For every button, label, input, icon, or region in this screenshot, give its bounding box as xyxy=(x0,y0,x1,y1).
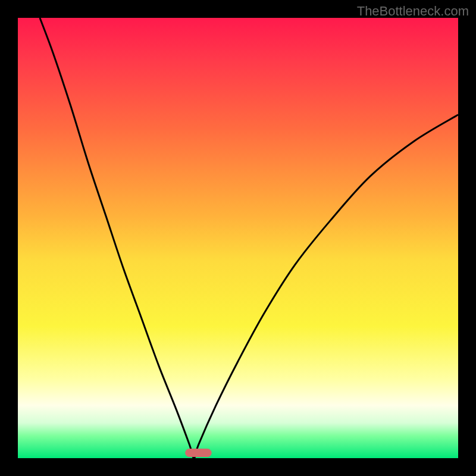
optimum-marker xyxy=(185,449,211,457)
chart-svg xyxy=(18,18,458,458)
gradient-background xyxy=(18,18,458,458)
chart-frame: TheBottleneck.com xyxy=(0,0,476,476)
watermark-text: TheBottleneck.com xyxy=(357,4,469,19)
plot-area xyxy=(18,18,458,458)
